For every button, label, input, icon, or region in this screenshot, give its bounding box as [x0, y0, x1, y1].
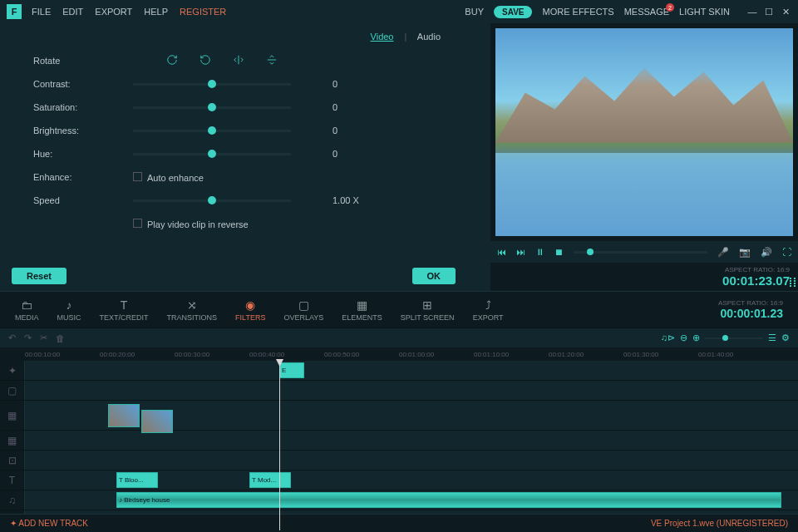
- footer-bar: ✦ ADD NEW TRACK VE Project 1.wve (UNREGI…: [0, 514, 798, 532]
- flip-vertical-icon[interactable]: [266, 54, 279, 67]
- effect-clip[interactable]: E: [279, 362, 304, 377]
- reverse-checkbox[interactable]: [133, 219, 142, 228]
- minimize-button[interactable]: —: [746, 7, 758, 17]
- message-link[interactable]: MESSAGE2: [624, 7, 669, 17]
- preview-panel: ⏮ ⏭ ⏸ ⏹ 🎤 📷 🔊 ⛶ ASPECT RATIO: 16:9 00:01…: [490, 23, 798, 291]
- fullscreen-icon[interactable]: ⛶: [782, 247, 791, 257]
- marker-icon[interactable]: ♫⊳: [661, 332, 675, 343]
- menu-edit[interactable]: EDIT: [62, 7, 83, 17]
- rotate-cw-icon[interactable]: [166, 54, 180, 67]
- zoom-in-icon[interactable]: ⊕: [692, 332, 700, 343]
- video-track-2-icon[interactable]: ▦: [0, 431, 25, 450]
- auto-enhance-checkbox[interactable]: [133, 172, 142, 181]
- menu-register[interactable]: REGISTER: [180, 7, 226, 17]
- close-button[interactable]: ✕: [780, 7, 791, 17]
- hue-slider[interactable]: [133, 153, 291, 155]
- add-new-track-button[interactable]: ✦ ADD NEW TRACK: [10, 519, 88, 528]
- contrast-slider[interactable]: [133, 83, 291, 86]
- settings-icon[interactable]: ⚙: [781, 332, 790, 343]
- save-button[interactable]: SAVE: [494, 6, 533, 18]
- snapshot-icon[interactable]: 📷: [739, 247, 751, 258]
- audio-clip[interactable]: ♪ Birdseye house: [116, 492, 781, 507]
- menu-help[interactable]: HELP: [144, 7, 168, 17]
- timeline-tracks: ✦E ▢ ▦ ▦ ⊡ TT Bloo...T Mod... ♫♪ Birdsey…: [0, 361, 798, 530]
- mic-icon[interactable]: 🎤: [717, 247, 729, 258]
- audio-track-1-icon[interactable]: ♫: [0, 490, 25, 510]
- preview-image: [495, 28, 793, 236]
- elements-icon: ▦: [356, 298, 369, 312]
- redo-icon[interactable]: ↷: [24, 332, 32, 343]
- saturation-value: 0: [332, 102, 374, 112]
- top-menu-bar: F FILE EDIT EXPORT HELP REGISTER BUY SAV…: [0, 0, 798, 23]
- text-clip-2[interactable]: T Mod...: [249, 472, 291, 487]
- contrast-label: Contrast:: [33, 79, 116, 89]
- next-frame-icon[interactable]: ⏭: [516, 247, 525, 257]
- undo-icon[interactable]: ↶: [8, 332, 16, 343]
- tool-transitions[interactable]: ⤨TRANSITIONS: [159, 297, 226, 323]
- text-clip-1[interactable]: T Bloo...: [116, 472, 158, 487]
- pip-track-icon[interactable]: ⊡: [0, 451, 25, 470]
- timeline-ruler[interactable]: 00:00:10:0000:00:20:0000:00:30:0000:00:4…: [0, 347, 798, 361]
- video-clip-2[interactable]: [141, 410, 173, 433]
- flip-horizontal-icon[interactable]: [233, 54, 246, 67]
- rotate-ccw-icon[interactable]: [200, 54, 213, 67]
- tab-video[interactable]: Video: [371, 32, 394, 42]
- saturation-slider[interactable]: [133, 106, 291, 109]
- tool-filters[interactable]: ◉FILTERS: [227, 297, 273, 323]
- prev-frame-icon[interactable]: ⏮: [497, 247, 506, 257]
- preview-progress[interactable]: [574, 251, 707, 254]
- delete-icon[interactable]: 🗑: [56, 333, 65, 343]
- cut-icon[interactable]: ✂: [40, 332, 47, 343]
- tool-overlays[interactable]: ▢OVERLAYS: [275, 297, 332, 323]
- light-skin-link[interactable]: LIGHT SKIN: [679, 7, 730, 17]
- zoom-out-icon[interactable]: ⊖: [680, 332, 687, 343]
- split-icon: ⊞: [421, 298, 434, 312]
- tool-media[interactable]: 🗀MEDIA: [7, 297, 47, 323]
- tool-text[interactable]: TTEXT/CREDIT: [91, 297, 157, 323]
- contrast-value: 0: [332, 79, 374, 89]
- video-clip-1[interactable]: [108, 404, 140, 427]
- tool-music[interactable]: ♪MUSIC: [49, 297, 90, 323]
- speed-value: 1.00 X: [332, 195, 374, 205]
- list-icon[interactable]: ☰: [768, 332, 776, 343]
- brightness-slider[interactable]: [133, 130, 291, 132]
- pause-icon[interactable]: ⏸: [535, 247, 544, 257]
- volume-icon[interactable]: 🔊: [761, 247, 772, 258]
- ok-button[interactable]: OK: [412, 268, 456, 284]
- resize-handle[interactable]: [790, 278, 796, 287]
- brightness-value: 0: [332, 126, 374, 135]
- more-effects-link[interactable]: MORE EFFECTS: [542, 7, 613, 17]
- maximize-button[interactable]: ☐: [763, 7, 775, 17]
- timeline-controls: ↶ ↷ ✂ 🗑 ♫⊳ ⊖ ⊕ ☰ ⚙: [0, 328, 798, 347]
- brightness-label: Brightness:: [33, 126, 116, 135]
- edit-panel: Video | Audio Rotate Contrast:0 Saturati…: [0, 23, 490, 291]
- tab-audio[interactable]: Audio: [417, 32, 441, 42]
- stop-icon[interactable]: ⏹: [554, 247, 564, 257]
- transitions-icon: ⤨: [185, 298, 199, 312]
- video-track-1-icon[interactable]: ▦: [0, 401, 25, 430]
- menu-file[interactable]: FILE: [32, 7, 51, 17]
- tool-split[interactable]: ⊞SPLIT SCREEN: [392, 297, 463, 323]
- speed-label: Speed: [33, 195, 116, 205]
- tools-toolbar: 🗀MEDIA ♪MUSIC TTEXT/CREDIT ⤨TRANSITIONS …: [0, 291, 798, 328]
- enhance-label: Enhance:: [33, 172, 116, 182]
- saturation-label: Saturation:: [33, 102, 116, 112]
- reset-button[interactable]: Reset: [12, 268, 66, 284]
- tool-elements[interactable]: ▦ELEMENTS: [333, 297, 391, 323]
- rotate-label: Rotate: [33, 56, 116, 66]
- app-logo: F: [7, 4, 22, 19]
- overlays-icon: ▢: [297, 298, 310, 312]
- text-icon: T: [117, 298, 131, 312]
- project-name: VE Project 1.wve (UNREGISTERED): [651, 519, 788, 528]
- speed-slider[interactable]: [133, 200, 291, 202]
- hue-value: 0: [332, 149, 374, 159]
- zoom-slider[interactable]: [705, 337, 763, 339]
- hue-label: Hue:: [33, 149, 116, 159]
- text-track-icon[interactable]: T: [0, 470, 25, 490]
- playhead[interactable]: [279, 361, 280, 530]
- effect-track-icon[interactable]: ✦: [0, 361, 25, 380]
- buy-link[interactable]: BUY: [465, 7, 484, 17]
- overlay-track-icon[interactable]: ▢: [0, 381, 25, 400]
- tool-export[interactable]: ⤴EXPORT: [465, 297, 512, 323]
- menu-export[interactable]: EXPORT: [95, 7, 132, 17]
